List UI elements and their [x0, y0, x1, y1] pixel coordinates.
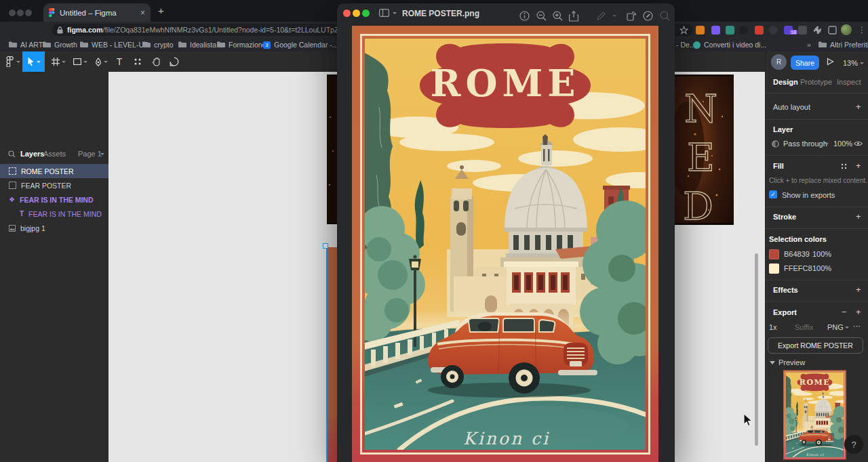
text-tool-button[interactable]: T	[114, 51, 125, 72]
layer-opacity[interactable]: 100%	[833, 140, 852, 148]
wappalyzer-extension-icon[interactable]	[798, 26, 807, 35]
bookmark-formazione[interactable]: Formazione	[217, 39, 266, 50]
preview-window[interactable]: ROME POSTER.png	[337, 3, 675, 462]
color-swatch-ffefc8[interactable]	[769, 264, 779, 274]
bookmark-ai-art[interactable]: AI ART	[9, 39, 43, 50]
move-tool-button[interactable]	[22, 51, 45, 72]
export-rome-poster-button[interactable]: Export ROME POSTER	[768, 337, 863, 354]
blend-chevron-icon[interactable]	[825, 143, 829, 145]
extensions-puzzle-icon[interactable]	[813, 26, 822, 35]
round-extension-icon[interactable]	[769, 26, 778, 35]
pen-tool-button[interactable]	[93, 51, 104, 72]
color-opacity[interactable]: 100%	[812, 264, 831, 272]
frame-tool-chevron-icon[interactable]	[61, 51, 66, 72]
page-chevron-icon[interactable]	[100, 153, 104, 155]
color-opacity[interactable]: 100%	[812, 250, 831, 258]
layer-row-rome-poster[interactable]: ROME POSTER	[0, 164, 108, 178]
user-avatar[interactable]: R	[771, 54, 787, 70]
auto-layout-add-button[interactable]: +	[856, 102, 861, 112]
info-icon[interactable]	[519, 11, 530, 21]
selection-handle[interactable]	[323, 243, 328, 249]
bookmark-star-icon[interactable]	[679, 26, 688, 35]
layer-row-fear-component[interactable]: ❖ FEAR IS IN THE MIND	[0, 192, 108, 207]
shape-tool-button[interactable]	[72, 51, 83, 72]
bookmark-converti[interactable]: Converti i video di...	[693, 39, 766, 50]
tab-layers[interactable]: Layers	[20, 150, 44, 158]
resources-tool-button[interactable]	[132, 51, 143, 72]
share-icon[interactable]	[569, 11, 578, 22]
frame-tool-button[interactable]	[50, 51, 61, 72]
window-zoom-button[interactable]	[25, 9, 32, 16]
window-minimize-button[interactable]	[17, 9, 24, 16]
preview-disclosure-icon[interactable]	[770, 361, 775, 364]
tab-close-icon[interactable]: ×	[140, 8, 145, 18]
bookmark-growth[interactable]: Growth	[43, 39, 77, 50]
dark-extension-icon[interactable]	[739, 26, 748, 35]
tab-assets[interactable]: Assets	[43, 150, 66, 158]
bookmarks-overflow-button[interactable]: »	[807, 39, 811, 50]
export-remove-button[interactable]: −	[842, 307, 847, 317]
blend-mode-icon[interactable]	[772, 140, 779, 148]
tab-inspect[interactable]: Inspect	[837, 78, 861, 86]
preview-section-label[interactable]: Preview	[778, 358, 805, 366]
bookmark-altri-preferiti[interactable]: Altri Preferiti	[818, 39, 868, 50]
notion-extension-icon[interactable]	[726, 26, 734, 35]
format-chevron-icon[interactable]	[845, 327, 849, 329]
figma-main-menu-button[interactable]	[4, 51, 15, 72]
zoom-level[interactable]: 13%	[843, 59, 858, 67]
stroke-add-button[interactable]: +	[856, 211, 861, 222]
shape-tool-chevron-icon[interactable]	[83, 51, 88, 72]
bookmark-google-calendar[interactable]: 3 Google Calendar -...	[263, 39, 338, 50]
new-tab-button[interactable]: +	[158, 5, 164, 16]
zoom-chevron-icon[interactable]	[860, 62, 864, 64]
move-tool-chevron-icon[interactable]	[37, 61, 41, 63]
zoom-out-icon[interactable]	[536, 11, 547, 21]
tab-design[interactable]: Design	[773, 78, 798, 86]
fill-add-button[interactable]: +	[856, 161, 861, 171]
comment-tool-button[interactable]	[168, 51, 180, 72]
effects-add-button[interactable]: +	[856, 285, 861, 295]
profile-avatar[interactable]	[841, 24, 852, 35]
present-icon[interactable]	[827, 58, 834, 66]
browser-menu-icon[interactable]: ⋮	[858, 25, 866, 35]
preview-minimize-button[interactable]	[353, 9, 360, 17]
metamask-extension-icon[interactable]	[696, 26, 705, 35]
bookmark-crypto[interactable]: crypto	[142, 39, 174, 50]
tab-prototype[interactable]: Prototype	[800, 78, 832, 86]
search-icon[interactable]	[8, 150, 16, 158]
sidebar-chevron-icon[interactable]	[393, 12, 397, 14]
color-hex[interactable]: B64839	[784, 250, 810, 258]
export-suffix-field[interactable]: Suffix	[795, 323, 813, 331]
hand-tool-button[interactable]	[150, 51, 162, 72]
sidebar-toggle-icon[interactable]	[379, 9, 389, 17]
browser-tab[interactable]: Untitled – Figma ×	[43, 3, 151, 22]
main-menu-chevron-icon[interactable]	[16, 51, 21, 72]
fill-styles-icon[interactable]	[841, 163, 847, 169]
window-close-button[interactable]	[9, 9, 16, 16]
help-button[interactable]: ?	[844, 435, 863, 454]
pen-tool-chevron-icon[interactable]	[103, 51, 108, 72]
layer-row-bigjpg[interactable]: bigjpg 1	[0, 221, 108, 235]
export-add-button[interactable]: +	[856, 307, 861, 317]
export-format-select[interactable]: PNG	[827, 323, 844, 331]
fear-poster-canvas-edge[interactable]	[327, 75, 337, 224]
annotate-icon[interactable]	[643, 11, 653, 21]
purple-extension-icon[interactable]	[711, 26, 720, 35]
rome-poster-canvas-edge[interactable]	[328, 247, 337, 462]
preview-zoom-button[interactable]	[362, 9, 370, 17]
zoom-in-icon[interactable]	[553, 11, 563, 21]
preview-close-button[interactable]	[343, 9, 351, 17]
reading-list-icon[interactable]	[828, 26, 837, 35]
blend-mode-select[interactable]: Pass through	[783, 140, 827, 148]
show-in-exports-checkbox[interactable]: ✓	[769, 190, 777, 198]
key-extension-icon[interactable]	[755, 26, 764, 35]
rotate-icon[interactable]	[627, 11, 637, 21]
export-more-button[interactable]: ⋯	[853, 322, 861, 331]
page-selector[interactable]: Page 1	[78, 150, 102, 158]
export-scale[interactable]: 1x	[769, 323, 777, 331]
bookmark-idealista[interactable]: Idealista	[178, 39, 216, 50]
color-swatch-b64839[interactable]	[769, 249, 779, 259]
visibility-eye-icon[interactable]	[854, 140, 863, 147]
color-hex[interactable]: FFEFC8	[784, 264, 812, 272]
layer-row-fear-poster[interactable]: FEAR POSTER	[0, 178, 108, 192]
